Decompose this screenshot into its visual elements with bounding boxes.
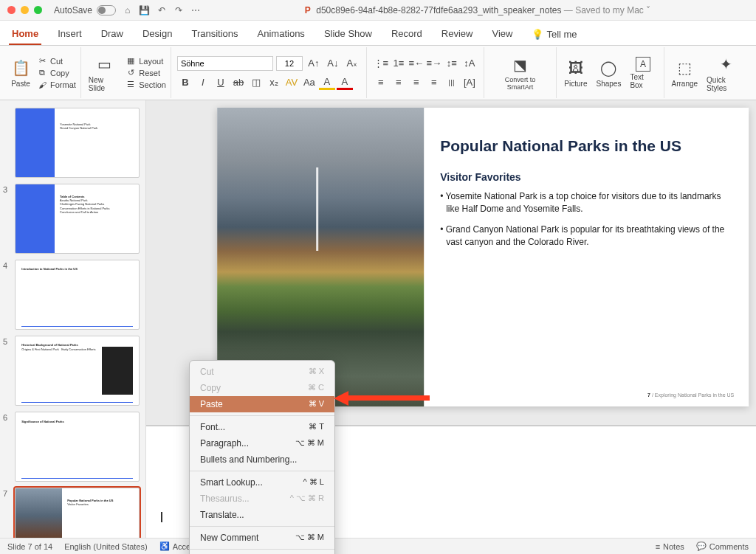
workspace: Yosemite National ParkGrand Canyon Natio… [0, 100, 756, 541]
slide-thumbnail[interactable]: 6Significance of National Parks [0, 409, 145, 485]
line-spacing-icon[interactable]: ↕≡ [444, 56, 460, 71]
shapes-button[interactable]: ◯Shapes [593, 56, 624, 89]
underline-button[interactable]: U [213, 75, 229, 90]
picture-button[interactable]: 🖼Picture [561, 56, 590, 89]
notes-button[interactable]: ≡Notes [656, 542, 684, 551]
menu-item-new-comment[interactable]: New Comment⌥ ⌘ M [190, 530, 334, 546]
thumb-preview[interactable]: Table of ContentsAcadia National ParkCha… [15, 184, 140, 254]
home-icon[interactable]: ⌂ [122, 4, 133, 15]
thumb-preview[interactable]: Popular National Parks in the USVisitor … [15, 488, 140, 541]
textbox-button[interactable]: AText Box [627, 55, 659, 91]
align-text-icon[interactable]: [A] [461, 75, 478, 90]
tab-record[interactable]: Record [388, 25, 425, 45]
format-painter-button[interactable]: 🖌Format [37, 79, 76, 91]
tab-transitions[interactable]: Transitions [188, 25, 241, 45]
tab-review[interactable]: Review [439, 25, 476, 45]
slide-thumbnail[interactable]: 4Introduction to National Parks in the U… [0, 257, 145, 333]
subscript-icon[interactable]: x₂ [266, 75, 282, 90]
highlight-icon[interactable]: AV [284, 75, 300, 90]
more-icon[interactable]: ⋯ [190, 4, 201, 15]
slide-title[interactable]: Popular National Parks in the US [440, 137, 732, 155]
columns-icon[interactable]: ⫼ [444, 75, 460, 90]
section-button[interactable]: ☰Section [126, 79, 166, 91]
align-left-icon[interactable]: ≡ [373, 75, 389, 90]
menu-item-paste[interactable]: Paste⌘ V [190, 396, 334, 412]
thumb-preview[interactable]: Significance of National Parks [15, 412, 140, 482]
shadow-icon[interactable]: ◫ [248, 75, 264, 90]
change-case-icon[interactable]: Aa [301, 75, 317, 90]
autosave-toggle[interactable] [97, 5, 116, 15]
tab-insert[interactable]: Insert [55, 25, 85, 45]
italic-button[interactable]: I [195, 75, 211, 90]
slide-bullet[interactable]: • Yosemite National Park is a top choice… [440, 190, 732, 216]
smartart-icon: ⬔ [510, 55, 531, 75]
menu-item-label: Copy [200, 383, 221, 393]
zoom-window-icon[interactable] [34, 6, 42, 14]
chevron-down-icon[interactable]: ˅ [646, 5, 650, 15]
numbering-icon[interactable]: 1≡ [391, 56, 407, 71]
font-size-select[interactable] [276, 56, 303, 71]
thumb-preview[interactable]: Introduction to National Parks in the US [15, 260, 140, 330]
menu-item-smart-lookup[interactable]: Smart Lookup...^ ⌘ L [190, 474, 334, 491]
strike-button[interactable]: ab [230, 75, 247, 90]
menu-item-translate[interactable]: Translate... [190, 507, 334, 523]
cut-button[interactable]: ✂Cut [37, 55, 76, 67]
menu-separator [190, 415, 334, 416]
slide-bullet[interactable]: • Grand Canyon National Park is popular … [440, 224, 732, 249]
undo-icon[interactable]: ↶ [156, 4, 167, 15]
tab-animations[interactable]: Animations [255, 25, 308, 45]
align-center-icon[interactable]: ≡ [391, 75, 407, 90]
arrange-button[interactable]: ⬚Arrange [669, 56, 701, 89]
convert-smartart-button[interactable]: ⬔Convert to SmartArt [489, 53, 551, 93]
thumb-preview[interactable]: Historical Background of National ParksO… [15, 336, 140, 406]
align-right-icon[interactable]: ≡ [408, 75, 425, 90]
slide-thumbnail-panel[interactable]: Yosemite National ParkGrand Canyon Natio… [0, 100, 146, 541]
tab-design[interactable]: Design [140, 25, 175, 45]
slide-thumbnail[interactable]: 3Table of ContentsAcadia National ParkCh… [0, 181, 145, 257]
close-window-icon[interactable] [7, 6, 16, 14]
font-name-select[interactable] [177, 56, 273, 71]
window-controls [7, 6, 42, 14]
text-direction-icon[interactable]: ↕A [461, 56, 478, 71]
slide-counter[interactable]: Slide 7 of 14 [7, 542, 52, 551]
menu-item-shortcut: ⌘ V [309, 399, 324, 409]
menu-item-bullets-and-numbering[interactable]: Bullets and Numbering... [190, 451, 334, 468]
indent-decrease-icon[interactable]: ≡← [408, 56, 425, 71]
bold-button[interactable]: B [177, 75, 193, 90]
tab-home[interactable]: Home [9, 25, 41, 45]
statusbar: Slide 7 of 14 English (United States) ♿A… [0, 538, 756, 554]
layout-button[interactable]: ▦Layout [126, 55, 166, 67]
font-color-icon[interactable]: A [319, 75, 335, 90]
redo-icon[interactable]: ↷ [173, 4, 184, 15]
decrease-font-icon[interactable]: A↓ [325, 56, 341, 71]
tab-view[interactable]: View [489, 25, 515, 45]
menu-item-copy: Copy⌘ C [190, 380, 334, 396]
thumb-preview[interactable]: Yosemite National ParkGrand Canyon Natio… [15, 108, 140, 178]
bullets-icon[interactable]: ⋮≡ [373, 56, 389, 71]
new-slide-button[interactable]: ▭New Slide [86, 52, 123, 94]
slide-thumbnail[interactable]: 7Popular National Parks in the USVisitor… [0, 485, 145, 541]
menu-item-font[interactable]: Font...⌘ T [190, 419, 334, 435]
reset-button[interactable]: ↺Reset [126, 67, 166, 79]
justify-icon[interactable]: ≡ [426, 75, 442, 90]
slide-thumbnail[interactable]: Yosemite National ParkGrand Canyon Natio… [0, 105, 145, 181]
indent-increase-icon[interactable]: ≡→ [426, 56, 442, 71]
save-icon[interactable]: 💾 [139, 4, 150, 15]
slide-text-area[interactable]: Popular National Parks in the US Visitor… [424, 108, 749, 406]
tab-tellme[interactable]: 💡Tell me [529, 25, 580, 45]
paste-button[interactable]: 📋Paste [7, 56, 34, 89]
reset-icon: ↺ [126, 68, 136, 78]
slide-thumbnail[interactable]: 5Historical Background of National Parks… [0, 333, 145, 409]
minimize-window-icon[interactable] [21, 6, 29, 14]
slide-subtitle[interactable]: Visitor Favorites [440, 171, 732, 183]
increase-font-icon[interactable]: A↑ [306, 56, 322, 71]
tab-draw[interactable]: Draw [98, 25, 126, 45]
language-button[interactable]: English (United States) [64, 542, 148, 551]
tab-slideshow[interactable]: Slide Show [321, 25, 375, 45]
clear-format-icon[interactable]: Aₓ [344, 56, 360, 71]
comments-button[interactable]: 💬Comments [696, 541, 749, 551]
quick-styles-button[interactable]: ✦Quick Styles [704, 52, 749, 94]
menu-item-paragraph[interactable]: Paragraph...⌥ ⌘ M [190, 435, 334, 451]
highlight-color-icon[interactable]: A [337, 75, 353, 90]
copy-button[interactable]: ⧉Copy [37, 67, 76, 79]
